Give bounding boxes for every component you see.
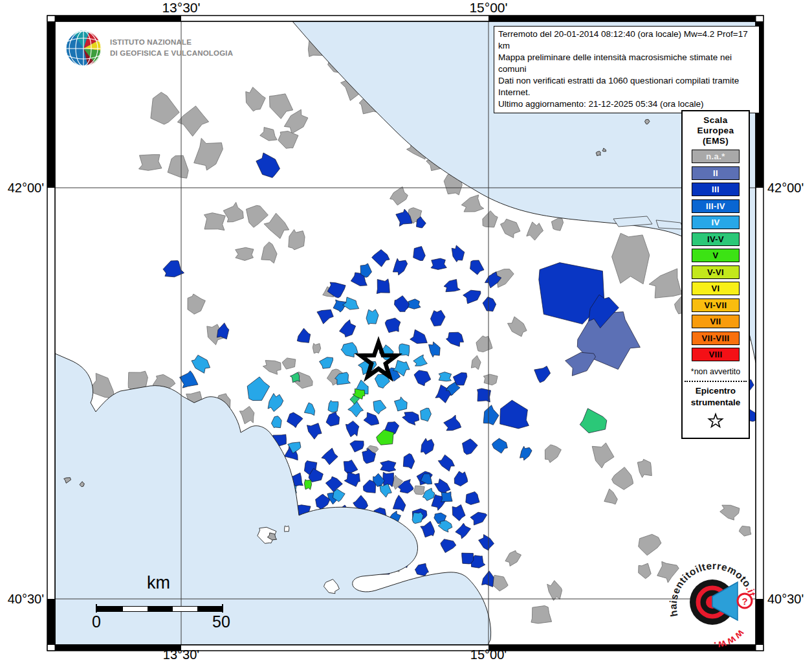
map-layers [55,21,758,645]
info-line-updated: Ultimo aggiornamento: 21-12-2025 05:34 (… [498,98,755,110]
info-line-data: Dati non verificati estratti da 1060 que… [498,75,755,98]
svg-text:?: ? [741,596,747,607]
legend-title-line3: (EMS) [683,136,749,146]
epicenter-label-line2: strumentale [683,397,749,409]
municipality [380,461,396,472]
scalebar-tick-end [222,604,223,612]
info-line-event: Terremoto del 20-01-2014 08:12:40 (ora l… [498,28,755,52]
watermark-www-text: www. [712,627,747,651]
legend-item-VIII: VIII [692,348,740,361]
info-line-map: Mappa preliminare delle intensità macros… [498,52,755,75]
legend-item-IV: IV [692,216,740,229]
ingv-name-line2: DI GEOFISICA E VULCANOLOGIA [110,48,233,59]
ingv-name-line1: ISTITUTO NAZIONALE [110,37,233,48]
haisentitoilterremoto-logo: haisentitoilterremoto.it www. ? [660,550,776,663]
lon-label-top-left: 13°30' [162,0,200,16]
legend-item-VII-VIII: VII-VIII [692,332,740,345]
legend-item-V-VI: V-VI [692,265,740,279]
island [285,526,289,532]
ingv-name: ISTITUTO NAZIONALE DI GEOFISICA E VULCAN… [110,37,233,58]
legend-item-VI-VII: VI-VII [692,298,740,312]
scalebar-start: 0 [92,612,101,631]
legend-item-III: III [692,183,740,196]
municipality [204,213,226,230]
municipality [531,606,552,624]
legend-footnote: *non avvertito [683,367,749,376]
legend-item-III-IV: III-IV [692,199,740,213]
legend-item-VI: VI [692,282,740,295]
epicenter-label: Epicentro strumentale [683,385,749,408]
lat-label-left-top: 42°00' [0,181,44,196]
municipality [139,155,162,171]
municipality [236,247,254,260]
legend-item-V: V [692,249,740,262]
municipality [431,258,446,269]
legend-items: n.a.*IIIIIIII-IVIVIV-VVV-VIVIVI-VIIVIIVI… [683,150,749,361]
legend-title-line1: Scala [683,115,749,126]
page-root: { "branding": { "institute_line1": "ISTI… [0,0,812,663]
epicenter-star-icon [683,410,749,433]
lon-label-bottom-left: 13°30' [163,647,199,662]
scalebar-tick-start [96,604,97,612]
legend-item-n-a-: n.a.* [692,150,740,163]
municipality [304,480,311,490]
lat-label-left-bottom: 40°30' [0,592,44,607]
municipality [462,553,474,564]
scalebar [97,606,223,612]
ingv-globe-icon [63,27,104,69]
legend-title-line2: Europea [683,126,749,136]
municipality [439,372,452,381]
municipality [483,374,498,385]
legend-item-II: II [692,166,740,180]
island [596,152,600,156]
epicenter-label-line1: Epicentro [683,385,749,397]
municipality [377,279,390,294]
intensity-legend: Scala Europea (EMS) n.a.*IIIIIIII-IVIVIV… [681,110,750,439]
lon-label-bottom-right: 15°00' [470,647,507,662]
scalebar-end: 50 [212,612,230,631]
legend-title: Scala Europea (EMS) [683,115,749,147]
municipality [441,492,452,502]
municipality [413,486,424,495]
scalebar-unit: km [126,573,191,593]
lon-label-top-right: 15°00' [469,0,507,16]
ingv-logo: ISTITUTO NAZIONALE DI GEOFISICA E VULCAN… [63,27,233,69]
event-info-box: Terremoto del 20-01-2014 08:12:40 (ora l… [494,26,760,113]
legend-divider [685,381,747,382]
municipality [328,400,338,412]
legend-item-IV-V: IV-V [692,232,740,246]
legend-item-VII: VII [692,315,740,328]
lat-label-right-top: 42°00' [767,181,804,196]
